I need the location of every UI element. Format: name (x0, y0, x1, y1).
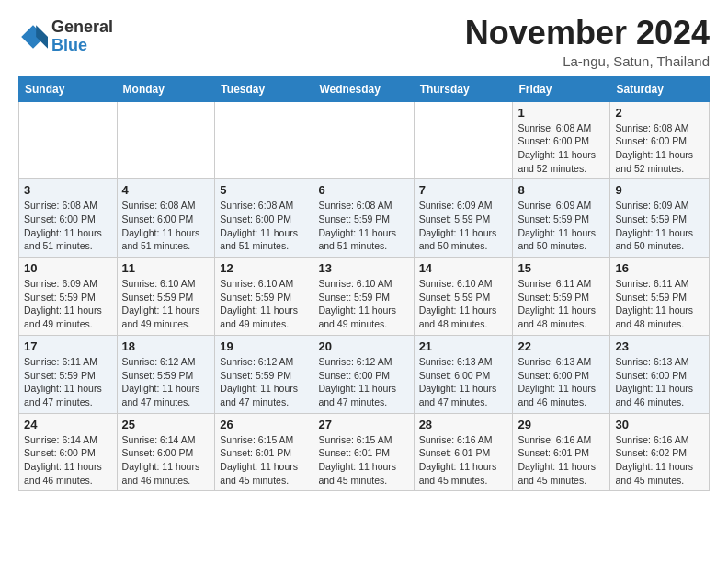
calendar-cell: 4Sunrise: 6:08 AMSunset: 6:00 PMDaylight… (117, 179, 215, 258)
day-number: 12 (220, 261, 308, 275)
day-number: 18 (122, 339, 210, 353)
calendar-cell (313, 101, 414, 179)
day-info: Sunrise: 6:08 AMSunset: 5:59 PMDaylight:… (318, 199, 408, 253)
calendar-cell: 28Sunrise: 6:16 AMSunset: 6:01 PMDayligh… (414, 413, 513, 491)
location: La-ngu, Satun, Thailand (465, 53, 710, 69)
day-number: 1 (518, 106, 605, 120)
calendar-cell (19, 101, 118, 179)
day-number: 22 (518, 339, 605, 353)
day-info: Sunrise: 6:16 AMSunset: 6:01 PMDaylight:… (419, 433, 508, 488)
calendar-cell: 17Sunrise: 6:11 AMSunset: 5:59 PMDayligh… (19, 335, 118, 413)
day-info: Sunrise: 6:16 AMSunset: 6:02 PMDaylight:… (615, 433, 704, 488)
calendar-cell: 26Sunrise: 6:15 AMSunset: 6:01 PMDayligh… (215, 413, 313, 491)
calendar-cell: 25Sunrise: 6:14 AMSunset: 6:00 PMDayligh… (117, 413, 215, 491)
day-number: 30 (615, 418, 704, 431)
day-info: Sunrise: 6:10 AMSunset: 5:59 PMDaylight:… (220, 277, 308, 331)
calendar-cell: 15Sunrise: 6:11 AMSunset: 5:59 PMDayligh… (513, 258, 610, 336)
calendar-week-2: 3Sunrise: 6:08 AMSunset: 6:00 PMDaylight… (19, 179, 710, 258)
day-number: 21 (419, 339, 508, 353)
day-number: 7 (419, 183, 508, 197)
day-number: 29 (518, 418, 605, 431)
day-number: 16 (615, 261, 704, 275)
day-number: 2 (615, 106, 704, 120)
col-saturday: Saturday (610, 76, 710, 101)
day-info: Sunrise: 6:16 AMSunset: 6:01 PMDaylight:… (518, 433, 605, 488)
day-info: Sunrise: 6:12 AMSunset: 5:59 PMDaylight:… (220, 355, 308, 409)
page: General Blue November 2024 La-ngu, Satun… (0, 0, 728, 563)
day-number: 27 (318, 418, 408, 431)
calendar-cell: 6Sunrise: 6:08 AMSunset: 5:59 PMDaylight… (313, 179, 414, 258)
day-info: Sunrise: 6:10 AMSunset: 5:59 PMDaylight:… (122, 277, 210, 331)
calendar-cell: 18Sunrise: 6:12 AMSunset: 5:59 PMDayligh… (117, 335, 215, 413)
day-info: Sunrise: 6:13 AMSunset: 6:00 PMDaylight:… (518, 355, 605, 409)
logo-general-text: General (51, 18, 113, 37)
day-number: 6 (318, 183, 408, 197)
month-title: November 2024 (465, 15, 710, 52)
day-number: 23 (615, 339, 704, 353)
day-info: Sunrise: 6:09 AMSunset: 5:59 PMDaylight:… (24, 277, 112, 331)
day-info: Sunrise: 6:09 AMSunset: 5:59 PMDaylight:… (419, 199, 508, 253)
calendar-cell: 23Sunrise: 6:13 AMSunset: 6:00 PMDayligh… (610, 335, 710, 413)
calendar-cell: 21Sunrise: 6:13 AMSunset: 6:00 PMDayligh… (414, 335, 513, 413)
day-info: Sunrise: 6:08 AMSunset: 6:00 PMDaylight:… (122, 199, 210, 253)
day-info: Sunrise: 6:12 AMSunset: 5:59 PMDaylight:… (122, 355, 210, 409)
day-number: 28 (419, 418, 508, 431)
svg-marker-1 (36, 25, 48, 49)
day-info: Sunrise: 6:11 AMSunset: 5:59 PMDaylight:… (24, 355, 112, 409)
day-number: 13 (318, 261, 408, 275)
day-info: Sunrise: 6:09 AMSunset: 5:59 PMDaylight:… (615, 199, 704, 253)
day-info: Sunrise: 6:10 AMSunset: 5:59 PMDaylight:… (419, 277, 508, 331)
calendar-cell: 7Sunrise: 6:09 AMSunset: 5:59 PMDaylight… (414, 179, 513, 258)
col-friday: Friday (513, 76, 610, 101)
day-info: Sunrise: 6:11 AMSunset: 5:59 PMDaylight:… (518, 277, 605, 331)
day-number: 24 (24, 418, 112, 431)
col-tuesday: Tuesday (215, 76, 313, 101)
weekday-row: Sunday Monday Tuesday Wednesday Thursday… (19, 76, 710, 101)
day-number: 10 (24, 261, 112, 275)
day-info: Sunrise: 6:08 AMSunset: 6:00 PMDaylight:… (518, 121, 605, 176)
day-info: Sunrise: 6:15 AMSunset: 6:01 PMDaylight:… (318, 433, 408, 488)
col-wednesday: Wednesday (313, 76, 414, 101)
calendar-table: Sunday Monday Tuesday Wednesday Thursday… (18, 76, 710, 492)
calendar-week-1: 1Sunrise: 6:08 AMSunset: 6:00 PMDaylight… (19, 101, 710, 179)
calendar-body: 1Sunrise: 6:08 AMSunset: 6:00 PMDaylight… (19, 101, 710, 491)
day-info: Sunrise: 6:08 AMSunset: 6:00 PMDaylight:… (24, 199, 112, 253)
col-sunday: Sunday (19, 76, 118, 101)
day-number: 25 (122, 418, 210, 431)
calendar-cell: 19Sunrise: 6:12 AMSunset: 5:59 PMDayligh… (215, 335, 313, 413)
day-number: 20 (318, 339, 408, 353)
calendar-cell: 10Sunrise: 6:09 AMSunset: 5:59 PMDayligh… (19, 258, 118, 336)
logo-icon (18, 22, 48, 52)
day-info: Sunrise: 6:08 AMSunset: 6:00 PMDaylight:… (615, 121, 704, 176)
logo-text: General Blue (51, 18, 113, 55)
calendar-cell (117, 101, 215, 179)
day-info: Sunrise: 6:15 AMSunset: 6:01 PMDaylight:… (220, 433, 308, 488)
calendar-cell: 16Sunrise: 6:11 AMSunset: 5:59 PMDayligh… (610, 258, 710, 336)
calendar-cell: 3Sunrise: 6:08 AMSunset: 6:00 PMDaylight… (19, 179, 118, 258)
day-info: Sunrise: 6:09 AMSunset: 5:59 PMDaylight:… (518, 199, 605, 253)
calendar-cell: 27Sunrise: 6:15 AMSunset: 6:01 PMDayligh… (313, 413, 414, 491)
day-number: 9 (615, 183, 704, 197)
day-number: 15 (518, 261, 605, 275)
day-number: 3 (24, 183, 112, 197)
calendar-header: Sunday Monday Tuesday Wednesday Thursday… (19, 76, 710, 101)
day-number: 8 (518, 183, 605, 197)
day-number: 4 (122, 183, 210, 197)
logo: General Blue (18, 18, 113, 55)
calendar-cell: 1Sunrise: 6:08 AMSunset: 6:00 PMDaylight… (513, 101, 610, 179)
calendar-cell: 2Sunrise: 6:08 AMSunset: 6:00 PMDaylight… (610, 101, 710, 179)
day-number: 19 (220, 339, 308, 353)
calendar-week-4: 17Sunrise: 6:11 AMSunset: 5:59 PMDayligh… (19, 335, 710, 413)
day-number: 11 (122, 261, 210, 275)
calendar-cell (215, 101, 313, 179)
col-monday: Monday (117, 76, 215, 101)
day-number: 17 (24, 339, 112, 353)
day-info: Sunrise: 6:13 AMSunset: 6:00 PMDaylight:… (615, 355, 704, 409)
calendar-cell: 9Sunrise: 6:09 AMSunset: 5:59 PMDaylight… (610, 179, 710, 258)
day-info: Sunrise: 6:12 AMSunset: 6:00 PMDaylight:… (318, 355, 408, 409)
day-info: Sunrise: 6:08 AMSunset: 6:00 PMDaylight:… (220, 199, 308, 253)
calendar-cell: 8Sunrise: 6:09 AMSunset: 5:59 PMDaylight… (513, 179, 610, 258)
calendar-cell: 13Sunrise: 6:10 AMSunset: 5:59 PMDayligh… (313, 258, 414, 336)
day-info: Sunrise: 6:14 AMSunset: 6:00 PMDaylight:… (122, 433, 210, 488)
calendar-cell: 29Sunrise: 6:16 AMSunset: 6:01 PMDayligh… (513, 413, 610, 491)
